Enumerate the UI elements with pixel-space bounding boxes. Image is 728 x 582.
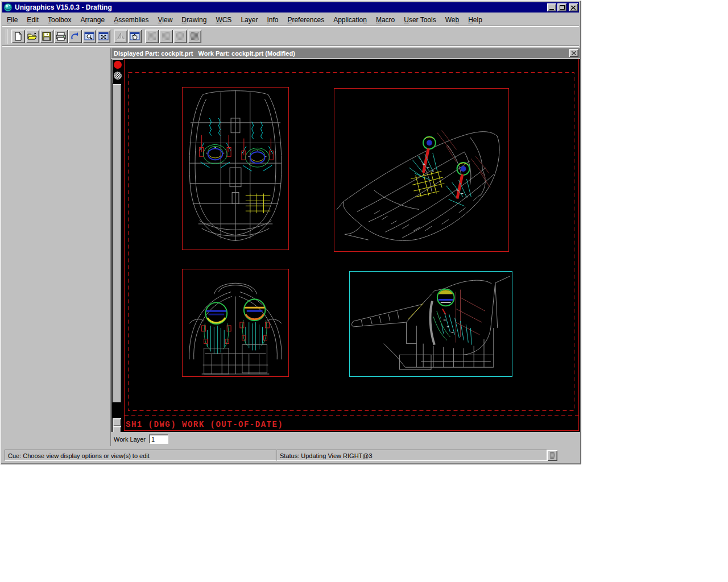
cue-field: Cue: Choose view display options or view… — [5, 450, 276, 461]
menu-assemblies[interactable]: Assemblies — [109, 14, 153, 26]
status-field: Status: Updating View RIGHT@3 — [276, 450, 547, 461]
graphics-window-header[interactable]: Displayed Part: cockpit.prt Work Part: c… — [111, 48, 580, 58]
drawing-canvas[interactable]: SH1 (DWG) WORK (OUT-OF-DATE) — [111, 59, 580, 432]
grayed-tool-1-icon — [145, 30, 159, 43]
work-layer-label: Work Layer — [114, 436, 146, 443]
window-title: Unigraphics V15.0.3 - Drafting — [15, 3, 547, 11]
menu-toolbox[interactable]: Toolbox — [43, 14, 76, 26]
toolbar — [2, 27, 579, 46]
grayed-tool-4-icon — [188, 30, 201, 43]
message-history-button[interactable] — [547, 450, 557, 461]
menu-edit[interactable]: Edit — [22, 14, 43, 26]
menu-view[interactable]: View — [154, 14, 177, 26]
maximize-icon[interactable] — [557, 3, 566, 11]
pan-hand-window-icon[interactable] — [128, 30, 142, 43]
open-part-icon[interactable] — [26, 30, 39, 43]
status-bar: Cue: Choose view display options or view… — [2, 449, 579, 462]
menu-macro[interactable]: Macro — [371, 14, 399, 26]
menu-help[interactable]: Help — [464, 14, 487, 26]
graphics-close-icon[interactable] — [569, 49, 578, 57]
graphics-window-title: Displayed Part: cockpit.prt Work Part: c… — [114, 50, 295, 57]
work-layer-row: Work Layer — [111, 432, 580, 446]
dialog-side-panel — [2, 48, 111, 446]
menu-user-tools[interactable]: User Tools — [399, 14, 440, 26]
viewport-front-view[interactable] — [182, 269, 289, 377]
menu-application[interactable]: Application — [329, 14, 371, 26]
grayed-tool-2-icon — [159, 30, 173, 43]
viewport-top-view[interactable] — [182, 87, 289, 250]
menu-drawing[interactable]: Drawing — [177, 14, 211, 26]
save-part-icon[interactable] — [40, 30, 53, 43]
grayed-tool-3-icon — [173, 30, 187, 43]
unigraphics-logo-icon — [3, 3, 13, 12]
titlebar[interactable]: Unigraphics V15.0.3 - Drafting — [2, 2, 579, 13]
window-controls — [547, 3, 578, 11]
menu-arrange[interactable]: Arrange — [76, 14, 109, 26]
front-view-wireframe — [183, 269, 288, 376]
desktop: Unigraphics V15.0.3 - Drafting FileEditT… — [0, 0, 728, 582]
close-icon[interactable] — [569, 3, 578, 11]
viewport-right-view[interactable] — [349, 271, 512, 377]
menu-bar: FileEditToolboxArrangeAssembliesViewDraw… — [2, 14, 579, 26]
fit-view-window-icon[interactable] — [97, 30, 110, 43]
right-view-wireframe — [350, 272, 512, 376]
menu-info[interactable]: Info — [262, 14, 283, 26]
menu-wcs[interactable]: WCS — [211, 14, 236, 26]
menu-web[interactable]: Web — [441, 14, 464, 26]
zoom-view-window-icon[interactable] — [82, 30, 96, 43]
undo-icon[interactable] — [68, 30, 82, 43]
top-view-wireframe — [183, 88, 288, 250]
sheet-status-annotation: SH1 (DWG) WORK (OUT-OF-DATE) — [126, 420, 283, 429]
menu-layer[interactable]: Layer — [236, 14, 262, 26]
isometric-view-wireframe — [334, 89, 508, 251]
work-layer-input[interactable] — [149, 434, 168, 444]
print-icon[interactable] — [54, 30, 68, 43]
viewport-isometric-view[interactable] — [334, 88, 509, 252]
app-window: Unigraphics V15.0.3 - Drafting FileEditT… — [0, 0, 581, 464]
new-part-icon[interactable] — [11, 30, 25, 43]
drafting-tool-grayed-icon — [114, 30, 127, 43]
toolbar-grip-handle[interactable] — [6, 29, 7, 44]
graphics-window: Displayed Part: cockpit.prt Work Part: c… — [111, 48, 580, 446]
menu-preferences[interactable]: Preferences — [283, 14, 329, 26]
minimize-icon[interactable] — [547, 3, 556, 11]
menu-file[interactable]: File — [2, 14, 22, 26]
